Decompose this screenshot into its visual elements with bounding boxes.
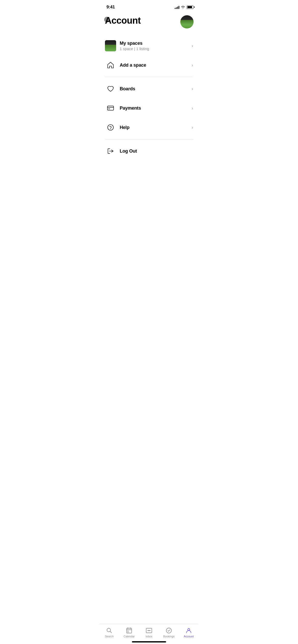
signal-icon <box>175 6 179 9</box>
my-spaces-text: My spaces 1 space | 1 listing <box>120 41 192 51</box>
wifi-icon <box>181 6 185 9</box>
payments-item[interactable]: Payments › <box>99 98 199 118</box>
space-thumbnail <box>105 40 116 51</box>
battery-icon <box>187 6 194 9</box>
add-space-chevron: › <box>192 63 193 68</box>
status-time: 9:41 <box>106 5 115 10</box>
heart-icon <box>105 83 116 94</box>
help-text: Help <box>120 125 192 130</box>
add-space-text: Add a space <box>120 63 192 68</box>
payments-text: Payments <box>120 106 192 111</box>
divider-1 <box>105 77 193 77</box>
card-icon <box>105 103 116 114</box>
boards-chevron: › <box>192 86 193 92</box>
door-icon <box>105 145 116 157</box>
logout-item[interactable]: Log Out <box>99 141 199 161</box>
boards-text: Boards <box>120 86 192 92</box>
help-item[interactable]: Help › <box>99 118 199 137</box>
logout-text: Log Out <box>120 149 193 154</box>
question-icon <box>105 122 116 133</box>
boards-item[interactable]: Boards › <box>99 79 199 98</box>
divider-2 <box>105 139 193 139</box>
logout-label: Log Out <box>120 149 193 154</box>
my-spaces-sublabel: 1 space | 1 listing <box>120 47 192 51</box>
add-space-label: Add a space <box>120 63 192 68</box>
my-spaces-label: My spaces <box>120 41 192 46</box>
menu-content: My spaces 1 space | 1 listing › Add a sp… <box>99 34 199 163</box>
boards-label: Boards <box>120 86 192 92</box>
help-chevron: › <box>192 125 193 130</box>
my-spaces-chevron: › <box>192 43 193 49</box>
status-bar: 9:41 <box>99 0 199 13</box>
payments-chevron: › <box>192 106 193 111</box>
page-title: Account <box>105 15 141 26</box>
page-header: Account <box>99 13 199 34</box>
my-spaces-item[interactable]: My spaces 1 space | 1 listing › <box>99 36 199 55</box>
house-icon <box>105 60 116 71</box>
svg-point-4 <box>111 129 111 129</box>
add-space-item[interactable]: Add a space › <box>99 55 199 75</box>
payments-label: Payments <box>120 106 192 111</box>
avatar[interactable] <box>180 15 194 28</box>
help-label: Help <box>120 125 192 130</box>
svg-rect-0 <box>107 106 114 110</box>
status-icons <box>175 6 194 9</box>
